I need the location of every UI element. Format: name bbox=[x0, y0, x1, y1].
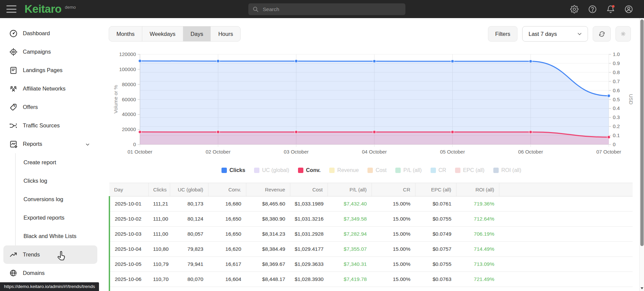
search-input[interactable] bbox=[263, 6, 401, 12]
cell-uc-global-: 79,823 bbox=[170, 242, 208, 257]
svg-text:03 October: 03 October bbox=[284, 149, 309, 155]
settings-icon[interactable] bbox=[570, 5, 579, 14]
reports-icon bbox=[9, 140, 18, 149]
table-row[interactable]: 2025-10-0744,3844,1576,658$3,385.31$417.… bbox=[109, 287, 633, 291]
cell-day: 2025-10-03 bbox=[109, 227, 148, 242]
cell-filler bbox=[499, 212, 633, 227]
account-icon[interactable] bbox=[624, 5, 633, 14]
column-header-cr[interactable]: CR bbox=[371, 183, 415, 196]
chart-settings-button[interactable] bbox=[615, 26, 631, 42]
app-logo[interactable]: Keitaro bbox=[24, 3, 61, 15]
tab-weekdays[interactable]: Weekdays bbox=[142, 26, 183, 41]
cell-roi-all-: 719.36% bbox=[456, 196, 499, 212]
cell-conv-: 16,650 bbox=[208, 227, 246, 242]
main-content: MonthsWeekdaysDaysHours Filters Last 7 d… bbox=[101, 18, 639, 291]
tab-hours[interactable]: Hours bbox=[211, 26, 240, 41]
sidebar-item-label: Offers bbox=[23, 104, 38, 110]
svg-text:0.6: 0.6 bbox=[613, 88, 620, 93]
sidebar-item-offers[interactable]: $Offers bbox=[0, 98, 101, 116]
scrollbar-thumb[interactable] bbox=[640, 19, 644, 246]
sidebar-item-traffic-sources[interactable]: Traffic Sources bbox=[0, 116, 101, 135]
legend-label: Clicks bbox=[230, 167, 245, 173]
data-point-clicks bbox=[295, 60, 298, 63]
sidebar-item-label: Landings Pages bbox=[23, 67, 62, 73]
legend-item-roi-all-[interactable]: ROI (all) bbox=[493, 167, 522, 173]
domains-icon bbox=[9, 269, 18, 278]
sidebar-item-campaigns[interactable]: Campaigns bbox=[0, 43, 101, 61]
data-point-conv- bbox=[529, 130, 532, 133]
table-row[interactable]: 2025-10-05110,7979,94116,617$8,369.67$1,… bbox=[109, 257, 633, 272]
help-icon[interactable] bbox=[588, 5, 597, 14]
data-point-conv- bbox=[216, 130, 219, 133]
scrollbar[interactable] bbox=[639, 18, 644, 291]
legend-item-cr[interactable]: CR bbox=[431, 167, 446, 173]
sidebar-item-label: Dashboard bbox=[23, 30, 50, 37]
sidebar-item-reports[interactable]: Reports bbox=[0, 135, 101, 153]
refresh-button[interactable] bbox=[593, 26, 611, 42]
sidebar-item-black-and-white-lists[interactable]: Black and White Lists bbox=[16, 227, 101, 245]
svg-text:0: 0 bbox=[133, 141, 136, 147]
column-header-epc-all-[interactable]: EPC (all) bbox=[415, 183, 456, 196]
hamburger-menu-icon[interactable] bbox=[6, 5, 16, 13]
table-row[interactable]: 2025-10-04110,8079,82316,620$8,384.49$1,… bbox=[109, 242, 633, 257]
cell-cost: $1,029.3633 bbox=[290, 257, 328, 272]
sidebar-item-affiliate-networks[interactable]: Affiliate Networks bbox=[0, 79, 101, 98]
column-header-roi-all-[interactable]: ROI (all) bbox=[456, 183, 499, 196]
legend-swatch bbox=[431, 168, 436, 173]
legend-swatch bbox=[395, 168, 401, 173]
legend-item-epc-all-[interactable]: EPC (all) bbox=[455, 167, 485, 173]
sidebar-item-landings-pages[interactable]: Landings Pages bbox=[0, 61, 101, 79]
svg-text:01 October: 01 October bbox=[128, 149, 152, 155]
legend-item-uc-global-[interactable]: UC (global) bbox=[254, 167, 289, 173]
table-row[interactable]: 2025-10-01111,2180,17316,680$8,465.60$1,… bbox=[109, 196, 633, 212]
sidebar-item-domains[interactable]: Domains bbox=[0, 264, 101, 282]
sidebar-item-exported-reports[interactable]: Exported reports bbox=[16, 209, 101, 227]
table-row[interactable]: 2025-10-02111,0080,12416,650$8,380.90$1,… bbox=[109, 212, 633, 227]
cell-cr: 15.00% bbox=[371, 196, 415, 212]
legend-label: Cost bbox=[376, 167, 387, 173]
legend-item-cost[interactable]: Cost bbox=[367, 167, 387, 173]
sidebar-item-trends[interactable]: Trends bbox=[3, 245, 97, 264]
sidebar-item-dashboard[interactable]: Dashboard bbox=[0, 24, 101, 43]
column-header-revenue[interactable]: Revenue bbox=[246, 183, 290, 196]
cell-roi-all-: 721.49% bbox=[456, 272, 499, 287]
cell-day: 2025-10-06 bbox=[109, 272, 148, 287]
column-header-day[interactable]: Day bbox=[109, 183, 148, 196]
dashboard-icon bbox=[9, 29, 18, 38]
tab-months[interactable]: Months bbox=[109, 26, 142, 41]
cell-filler bbox=[499, 257, 633, 272]
sidebar-item-conversions-log[interactable]: Conversions log bbox=[16, 190, 101, 209]
legend-item-revenue[interactable]: Revenue bbox=[329, 167, 359, 173]
global-search[interactable] bbox=[248, 3, 405, 15]
svg-text:40000: 40000 bbox=[122, 111, 136, 117]
trends-table: DayClicksUC (global)Conv.RevenueCostP/L … bbox=[109, 183, 633, 291]
legend-item-p-l-all-[interactable]: P/L (all) bbox=[395, 167, 422, 173]
offers-icon: $ bbox=[9, 103, 18, 112]
data-point-conv- bbox=[607, 135, 610, 138]
sidebar-item-clicks-log[interactable]: Clicks log bbox=[16, 172, 101, 190]
column-header-p-l-all-[interactable]: P/L (all) bbox=[328, 183, 371, 196]
table-row[interactable]: 2025-10-03111,0080,05716,650$8,314.23$1,… bbox=[109, 227, 633, 242]
notifications-icon[interactable] bbox=[606, 5, 615, 14]
cell-p-l-all-: $7,419.78 bbox=[328, 272, 371, 287]
legend-item-clicks[interactable]: Clicks bbox=[221, 167, 245, 173]
scrollbar-down-arrow[interactable] bbox=[641, 287, 643, 289]
date-range-select[interactable]: Last 7 days bbox=[522, 26, 588, 42]
cell-p-l-all-: $7,340.31 bbox=[328, 257, 371, 272]
column-header-uc-global-[interactable]: UC (global) bbox=[170, 183, 208, 196]
cell-conv-: 16,617 bbox=[208, 257, 246, 272]
filters-button[interactable]: Filters bbox=[488, 26, 517, 42]
tab-days[interactable]: Days bbox=[183, 26, 211, 41]
cell-filler bbox=[499, 196, 633, 212]
status-url-tooltip: https://demo.keitaro.io/admin/#!/trends/… bbox=[0, 282, 99, 291]
column-header-clicks[interactable]: Clicks bbox=[148, 183, 170, 196]
sidebar-item-create-report[interactable]: Create report bbox=[16, 153, 101, 172]
cell-epc-all-: $0.0757 bbox=[415, 242, 456, 257]
cell-revenue: $8,448.17 bbox=[246, 272, 290, 287]
table-row[interactable]: 2025-10-06110,7080,07016,604$8,448.17$1,… bbox=[109, 272, 633, 287]
svg-text:07 October: 07 October bbox=[596, 149, 621, 155]
column-header-cost[interactable]: Cost bbox=[290, 183, 328, 196]
legend-swatch bbox=[221, 168, 227, 173]
legend-item-conv-[interactable]: Conv. bbox=[298, 167, 320, 173]
column-header-conv-[interactable]: Conv. bbox=[208, 183, 246, 196]
